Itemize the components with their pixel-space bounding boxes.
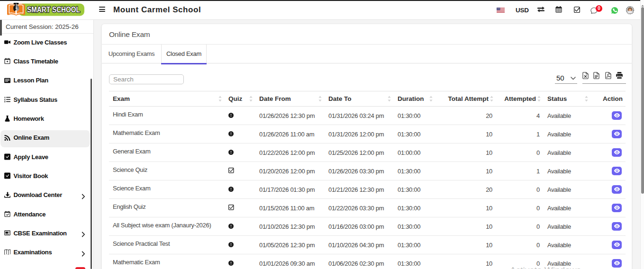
svg-text:SMART SCHOOL: SMART SCHOOL	[27, 6, 80, 14]
